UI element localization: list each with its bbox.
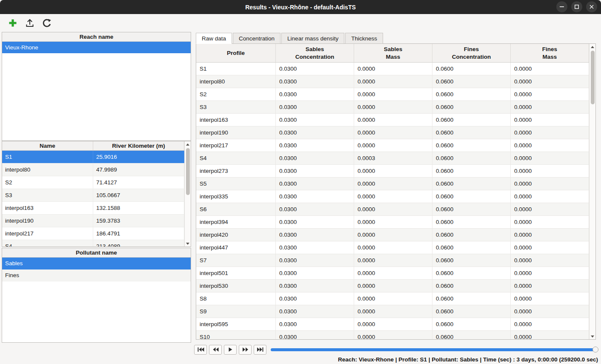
profile-name-cell: interpol80: [2, 163, 93, 176]
rewind-button[interactable]: [209, 345, 222, 355]
tab[interactable]: Concentration: [233, 33, 280, 44]
profiles-scrollbar[interactable]: [184, 141, 191, 246]
table-row[interactable]: S3 0.0300 0.0000 0.0600 0.0000: [196, 101, 589, 114]
scroll-up-icon[interactable]: [185, 141, 191, 147]
table-row[interactable]: interpol447 0.0300 0.0000 0.0600 0.0000: [196, 241, 589, 254]
profile-km-cell: 71.4127: [93, 176, 184, 189]
sables-mass-cell: 0.0000: [354, 292, 432, 305]
scroll-down-icon[interactable]: [590, 333, 596, 339]
sables-concentration-cell: 0.0300: [276, 101, 354, 113]
profiles-panel: Name River Kilometer (m) S1 25.9016 inte…: [2, 141, 191, 247]
column-header-name[interactable]: Name: [2, 141, 93, 150]
reach-list-item[interactable]: Vieux-Rhone: [2, 42, 191, 53]
table-row[interactable]: S2 0.0300 0.0000 0.0600 0.0000: [196, 88, 589, 101]
profile-row[interactable]: interpol190 159.3783: [2, 215, 184, 227]
column-header-profile[interactable]: Profile: [196, 44, 276, 62]
skip-to-start-button[interactable]: [194, 345, 207, 355]
skip-to-end-icon: [257, 347, 264, 352]
column-header-sables-mass[interactable]: Sables Mass: [354, 44, 432, 62]
table-row[interactable]: interpol394 0.0300 0.0000 0.0600 0.0000: [196, 216, 589, 229]
export-button[interactable]: [23, 16, 37, 30]
table-row[interactable]: S1 0.0300 0.0000 0.0600 0.0000: [196, 63, 589, 75]
fines-mass-cell: 0.0000: [511, 254, 589, 267]
profile-row[interactable]: S1 25.9016: [2, 151, 184, 163]
column-header-river-km[interactable]: River Kilometer (m): [93, 141, 184, 150]
scrollbar-track[interactable]: [590, 50, 595, 333]
table-row[interactable]: interpol595 0.0300 0.0000 0.0600 0.0000: [196, 318, 589, 331]
fines-mass-cell: 0.0000: [511, 75, 589, 88]
reach-list: Vieux-Rhone: [2, 42, 191, 53]
data-table-scrollbar[interactable]: [589, 44, 595, 339]
profile-cell: S1: [196, 63, 276, 75]
profile-row[interactable]: S3 105.0667: [2, 189, 184, 202]
table-row[interactable]: interpol335 0.0300 0.0000 0.0600 0.0000: [196, 190, 589, 203]
profile-cell: interpol163: [196, 114, 276, 126]
fines-concentration-cell: 0.0600: [432, 152, 511, 164]
titlebar[interactable]: Results - Vieux-Rhône - default-AdisTS: [0, 0, 601, 14]
fines-mass-cell: 0.0000: [511, 139, 589, 152]
sables-concentration-cell: 0.0300: [276, 229, 354, 241]
column-header-fines-concentration[interactable]: Fines Concentration: [432, 44, 511, 62]
slider-handle[interactable]: [592, 347, 598, 353]
play-button[interactable]: [224, 345, 237, 355]
sables-concentration-cell: 0.0300: [276, 139, 354, 152]
table-row[interactable]: S9 0.0300 0.0000 0.0600 0.0000: [196, 305, 589, 318]
profile-row[interactable]: interpol80 47.9989: [2, 163, 184, 176]
maximize-button[interactable]: [571, 1, 582, 12]
tab[interactable]: Linear mass density: [281, 33, 344, 44]
scroll-up-icon[interactable]: [590, 44, 596, 50]
tab-label: Concentration: [239, 35, 275, 42]
fines-mass-cell: 0.0000: [511, 190, 589, 203]
pollutant-list: Sables Fines: [2, 258, 191, 281]
table-row[interactable]: S4 0.0300 0.0003 0.0600 0.0000: [196, 152, 589, 165]
column-header-fines-mass[interactable]: Fines Mass: [511, 44, 589, 62]
reach-panel: Reach name Vieux-Rhone: [2, 32, 191, 141]
scrollbar-track[interactable]: [185, 147, 191, 241]
tab[interactable]: Thickness: [345, 33, 383, 44]
fines-concentration-cell: 0.0600: [432, 190, 511, 203]
table-row[interactable]: interpol273 0.0300 0.0000 0.0600 0.0000: [196, 165, 589, 178]
scrollbar-thumb[interactable]: [186, 148, 190, 195]
column-header-sables-concentration[interactable]: Sables Concentration: [276, 44, 354, 62]
profile-row[interactable]: S2 71.4127: [2, 176, 184, 189]
time-slider[interactable]: [271, 346, 598, 353]
plus-icon: [8, 18, 18, 28]
table-row[interactable]: interpol80 0.0300 0.0000 0.0600 0.0000: [196, 75, 589, 88]
profile-cell: S6: [196, 203, 276, 215]
table-row[interactable]: interpol190 0.0300 0.0000 0.0600 0.0000: [196, 126, 589, 139]
pollutant-list-item[interactable]: Sables: [2, 258, 191, 269]
table-row[interactable]: S8 0.0300 0.0000 0.0600 0.0000: [196, 292, 589, 305]
table-row[interactable]: interpol217 0.0300 0.0000 0.0600 0.0000: [196, 139, 589, 152]
close-button[interactable]: [586, 1, 597, 12]
table-row[interactable]: interpol501 0.0300 0.0000 0.0600 0.0000: [196, 267, 589, 280]
fines-mass-cell: 0.0000: [511, 152, 589, 164]
table-row[interactable]: S6 0.0300 0.0000 0.0600 0.0000: [196, 203, 589, 216]
scrollbar-thumb[interactable]: [591, 51, 595, 104]
tab[interactable]: Raw data: [196, 33, 232, 44]
profile-row[interactable]: interpol163 132.1588: [2, 202, 184, 215]
table-row[interactable]: S10 0.0300 0.0000 0.0600 0.0000: [196, 331, 589, 339]
sables-concentration-cell: 0.0300: [276, 178, 354, 190]
fines-concentration-cell: 0.0600: [432, 254, 511, 267]
profile-cell: interpol530: [196, 280, 276, 292]
skip-to-end-button[interactable]: [254, 345, 266, 355]
profile-row[interactable]: interpol217 186.4791: [2, 227, 184, 240]
fines-concentration-cell: 0.0600: [432, 216, 511, 228]
scroll-down-icon[interactable]: [185, 241, 191, 246]
refresh-button[interactable]: [40, 16, 54, 30]
table-row[interactable]: interpol163 0.0300 0.0000 0.0600 0.0000: [196, 114, 589, 126]
table-row[interactable]: interpol530 0.0300 0.0000 0.0600 0.0000: [196, 280, 589, 292]
profiles-table-body: S1 25.9016 interpol80 47.9989 S2 71.4127…: [2, 151, 184, 246]
data-table-body: S1 0.0300 0.0000 0.0600 0.0000 interpol8…: [196, 63, 589, 339]
add-button[interactable]: [6, 16, 20, 30]
fast-forward-button[interactable]: [239, 345, 252, 355]
status-text: Reach: Vieux-Rhone | Profile: S1 | Pollu…: [338, 356, 598, 363]
table-row[interactable]: interpol420 0.0300 0.0000 0.0600 0.0000: [196, 229, 589, 241]
minimize-button[interactable]: [556, 1, 567, 12]
profile-km-cell: 105.0667: [93, 189, 184, 201]
table-row[interactable]: S7 0.0300 0.0000 0.0600 0.0000: [196, 254, 589, 267]
table-row[interactable]: S5 0.0300 0.0000 0.0600 0.0000: [196, 178, 589, 190]
profile-row[interactable]: S4 213.4089: [2, 240, 184, 246]
sables-mass-cell: 0.0000: [354, 216, 432, 228]
pollutant-list-item[interactable]: Fines: [2, 269, 191, 281]
